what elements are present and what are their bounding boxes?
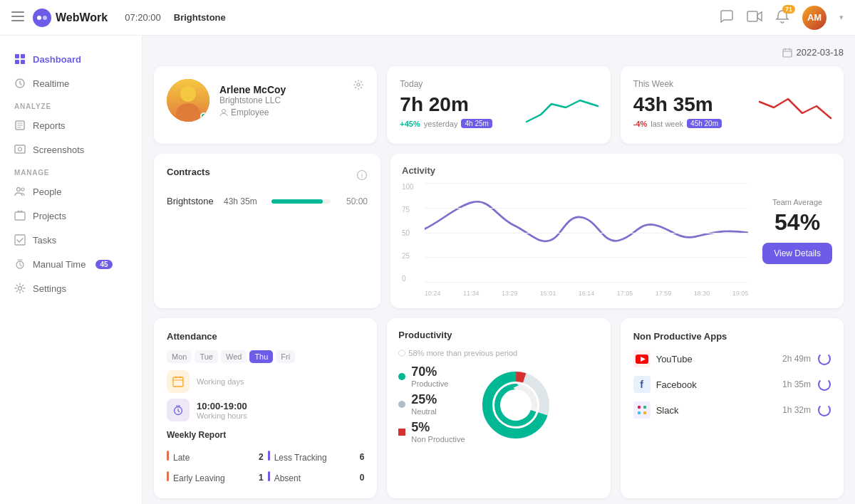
productivity-items: 70% Productive 25% Neutral	[398, 364, 465, 448]
view-details-button[interactable]: View Details	[762, 243, 832, 264]
today-value: 7h 20m	[400, 93, 492, 116]
working-hours-icon	[167, 399, 190, 421]
sidebar-item-projects[interactable]: Projects	[0, 204, 142, 228]
profile-settings-button[interactable]	[353, 79, 364, 93]
contracts-progress-bar	[271, 199, 331, 204]
contracts-info-icon[interactable]: i	[356, 169, 368, 183]
role-label: Employee	[231, 107, 269, 117]
sidebar-item-tasks[interactable]: Tasks	[0, 228, 142, 252]
chat-icon[interactable]	[720, 9, 734, 26]
contracts-card: Contracts i Brightstone 43h 35m 50:00	[154, 154, 380, 308]
neutral-dot	[398, 401, 405, 408]
svg-text:i: i	[361, 172, 363, 179]
contracts-title: Contracts	[167, 167, 210, 177]
reports-label: Reports	[33, 120, 66, 131]
svg-point-3	[33, 9, 51, 27]
sidebar-item-reports[interactable]: Reports	[0, 113, 142, 137]
productivity-card: Productivity 58% more than previous peri…	[387, 318, 610, 498]
facebook-left: f Facebook	[633, 376, 697, 393]
realtime-label: Realtime	[33, 78, 69, 89]
day-tab-fri[interactable]: Fri	[276, 350, 295, 363]
today-time-badge: 4h 25m	[461, 119, 492, 128]
team-avg-label: Team Average	[772, 198, 822, 206]
notification-badge: 71	[782, 5, 795, 14]
non-productive-pct: 5%	[411, 420, 465, 435]
user-avatar[interactable]: AM	[802, 6, 826, 30]
topnav-right: 71 AM ▾	[720, 6, 844, 30]
day-tab-thu[interactable]: Thu	[249, 350, 273, 363]
activity-title: Activity	[402, 165, 748, 176]
week-sub: -4% last week 45h 20m	[633, 119, 722, 128]
svg-rect-9	[15, 60, 19, 64]
absent-label: Absent	[274, 473, 301, 483]
today-label: Today	[400, 79, 597, 89]
neutral-row: 25% Neutral	[398, 392, 465, 416]
productivity-donut	[477, 366, 555, 446]
svg-point-14	[19, 147, 22, 151]
sidebar-item-people[interactable]: People	[0, 179, 142, 204]
people-label: People	[33, 187, 61, 197]
late-item: Late 2	[167, 448, 264, 465]
main-content: 2022-03-18 Arlene McCoy	[142, 36, 855, 504]
user-dropdown-arrow[interactable]: ▾	[839, 13, 844, 22]
slack-progress-ring	[818, 404, 831, 416]
prod-note-icon	[398, 350, 405, 357]
svg-rect-2	[11, 20, 24, 21]
facebook-name: Facebook	[656, 379, 697, 390]
youtube-time: 2h 49m	[782, 354, 811, 364]
sidebar-item-screenshots[interactable]: Screenshots	[0, 137, 142, 162]
youtube-row: YouTube 2h 49m	[633, 350, 831, 367]
projects-label: Projects	[33, 211, 66, 221]
video-icon[interactable]	[747, 11, 762, 24]
day-tab-tue[interactable]: Tue	[195, 350, 218, 363]
facebook-time: 1h 35m	[782, 379, 811, 389]
contracts-row: Brightstone 43h 35m 50:00	[167, 196, 368, 206]
sidebar-item-manual-time[interactable]: Manual Time 45	[0, 252, 142, 276]
profile-card: Arlene McCoy Brightstone LLC Employee	[154, 66, 377, 144]
early-leaving-label: Early Leaving	[173, 473, 225, 483]
svg-rect-0	[11, 11, 24, 13]
notifications-icon[interactable]: 71	[775, 9, 789, 26]
productive-pct: 70%	[411, 364, 448, 379]
screenshots-label: Screenshots	[33, 145, 84, 155]
svg-rect-18	[15, 235, 25, 245]
day-tab-wed[interactable]: Wed	[221, 350, 247, 363]
facebook-progress-ring	[818, 378, 831, 391]
profile-name: Arlene McCoy	[219, 84, 286, 95]
non-productive-row: 5% Non Productive	[398, 420, 465, 443]
neutral-pct: 25%	[411, 392, 437, 407]
slack-left: Slack	[633, 401, 679, 419]
early-leaving-item: Early Leaving 1	[167, 469, 264, 485]
day-tab-mon[interactable]: Mon	[167, 350, 192, 363]
absent-value: 0	[360, 473, 365, 483]
date-row: 2022-03-18	[154, 47, 844, 58]
avatar-initials: AM	[807, 12, 822, 23]
early-leaving-value: 1	[259, 473, 264, 483]
calendar-icon	[782, 48, 792, 58]
activity-y-labels: 1007550250	[402, 183, 422, 283]
less-tracking-value: 6	[360, 452, 365, 462]
sidebar-item-realtime[interactable]: Realtime	[0, 71, 142, 95]
productive-label: Productive	[411, 379, 448, 388]
settings-label: Settings	[33, 283, 66, 294]
working-days-item: Working days	[167, 370, 364, 393]
facebook-icon: f	[633, 376, 651, 393]
svg-rect-1	[11, 16, 24, 17]
app-name: WebWork	[56, 11, 108, 24]
productivity-note: 58% more than previous period	[398, 349, 598, 357]
svg-rect-39	[643, 406, 646, 409]
sidebar-item-settings[interactable]: Settings	[0, 276, 142, 300]
weekly-report-title: Weekly Report	[167, 430, 364, 440]
working-hours-info: 10:00-19:00 Working hours	[197, 401, 247, 420]
svg-rect-8	[21, 54, 25, 58]
svg-rect-6	[747, 11, 757, 21]
sidebar-item-dashboard[interactable]: Dashboard	[0, 47, 142, 71]
week-value: 43h 35m	[633, 93, 722, 116]
youtube-name: YouTube	[656, 354, 693, 364]
neutral-label: Neutral	[411, 407, 437, 416]
hamburger-menu[interactable]	[11, 10, 24, 25]
analyze-section-label: ANALYZE	[0, 95, 142, 113]
middle-row: Contracts i Brightstone 43h 35m 50:00 Ac…	[154, 154, 844, 308]
slack-name: Slack	[656, 405, 679, 416]
contracts-hours-total: 50:00	[339, 196, 368, 206]
